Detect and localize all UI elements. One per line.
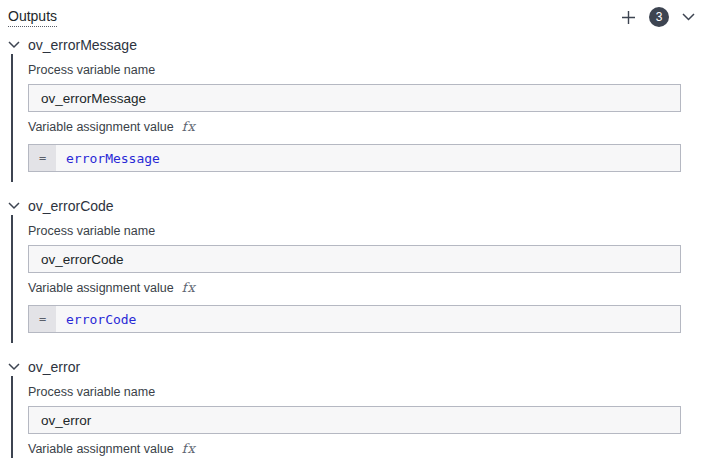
section-name: ov_errorCode [28,198,114,214]
fx-icon[interactable]: fx [182,441,196,456]
variable-assignment-value-label: Variable assignment value fx [28,280,681,295]
chevron-down-icon [682,13,695,21]
variable-assignment-value-text: Variable assignment value [28,281,174,295]
section-name: ov_errorMessage [28,37,137,53]
section-body: Process variable name Variable assignmen… [11,54,707,182]
variable-assignment-value-text: Variable assignment value [28,120,174,134]
section-header-ov-error[interactable]: ov_error [8,358,707,376]
process-variable-name-label: Process variable name [28,224,681,238]
section-header-ov-errorCode[interactable]: ov_errorCode [8,197,707,215]
count-badge: 3 [649,7,669,27]
plus-icon [621,10,636,25]
variable-assignment-value-label: Variable assignment value fx [28,119,681,134]
page-title: Outputs [8,8,57,27]
output-section: ov_error Process variable name Variable … [8,358,707,458]
section-header-ov-errorMessage[interactable]: ov_errorMessage [8,36,707,54]
process-variable-name-input[interactable] [28,84,681,112]
chevron-down-icon [8,202,20,210]
add-output-button[interactable] [621,10,636,25]
process-variable-name-input[interactable] [28,245,681,273]
fx-icon[interactable]: fx [182,119,196,134]
collapse-all-button[interactable] [682,13,695,21]
variable-assignment-value-text: Variable assignment value [28,442,174,456]
outputs-header: Outputs 3 [8,6,707,28]
assignment-value-input[interactable] [56,306,680,332]
section-body: Process variable name Variable assignmen… [11,215,707,343]
fx-icon[interactable]: fx [182,280,196,295]
process-variable-name-label: Process variable name [28,63,681,77]
process-variable-name-input[interactable] [28,406,681,434]
chevron-down-icon [8,41,20,49]
equals-prefix: = [29,145,56,171]
process-variable-name-label: Process variable name [28,385,681,399]
outputs-panel: Outputs 3 ov_errorMessage Process variab… [0,0,707,458]
expression-field: = [28,144,681,172]
assignment-value-input[interactable] [56,145,680,171]
header-actions: 3 [621,7,695,27]
output-section: ov_errorMessage Process variable name Va… [8,36,707,182]
section-body: Process variable name Variable assignmen… [11,376,707,458]
section-name: ov_error [28,359,80,375]
variable-assignment-value-label: Variable assignment value fx [28,441,681,456]
equals-prefix: = [29,306,56,332]
output-section: ov_errorCode Process variable name Varia… [8,197,707,343]
chevron-down-icon [8,363,20,371]
expression-field: = [28,305,681,333]
